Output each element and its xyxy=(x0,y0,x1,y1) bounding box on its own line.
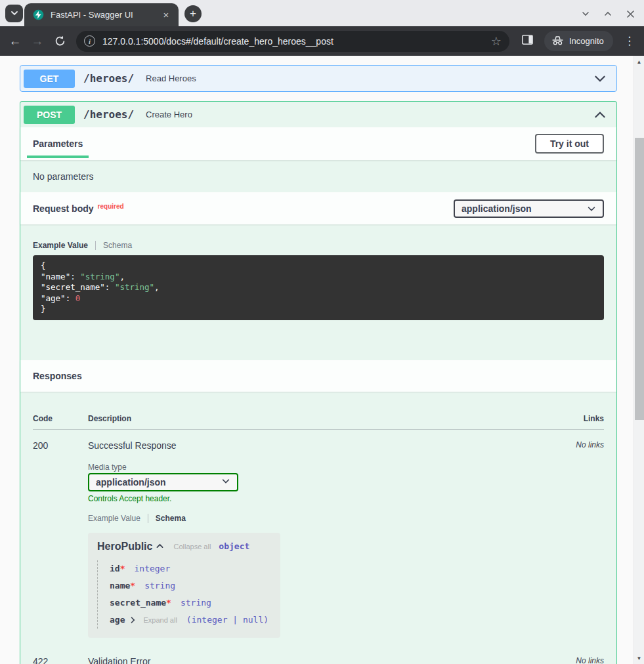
controls-accept-note: Controls Accept header. xyxy=(88,494,538,503)
property-id: id* integer xyxy=(106,560,271,577)
url-text[interactable]: 127.0.0.1:5000/docs#/default/create_hero… xyxy=(102,36,491,47)
property-name: name xyxy=(110,581,130,591)
required-star: * xyxy=(166,598,171,608)
required-star: * xyxy=(130,581,135,591)
forward-icon: → xyxy=(28,31,47,51)
get-summary: Read Heroes xyxy=(146,73,196,83)
responses-content: Code Description Links 200 Successful Re… xyxy=(20,414,616,664)
property-name: name* string xyxy=(106,577,271,594)
property-type: string xyxy=(144,581,175,591)
request-media-type-select[interactable]: application/json xyxy=(454,199,604,218)
close-tab-icon[interactable]: × xyxy=(160,9,172,21)
property-age: age Expand all (integer | null) xyxy=(106,612,271,629)
column-links: Links xyxy=(538,414,604,423)
model-collapse-chevron-up-icon[interactable] xyxy=(156,542,164,550)
expand-all-link[interactable]: Expand all xyxy=(143,616,177,624)
column-code: Code xyxy=(33,414,88,423)
request-body-section-header: Request bodyrequired application/json xyxy=(20,192,616,224)
response-row-200: 200 Successful Response Media type appli… xyxy=(33,430,604,638)
new-tab-button[interactable]: + xyxy=(184,5,202,22)
get-method-badge: GET xyxy=(24,70,75,88)
browser-toolbar: ← → i 127.0.0.1:5000/docs#/default/creat… xyxy=(0,26,644,56)
property-secret-name: secret_name* string xyxy=(106,594,271,612)
request-body-title-wrap: Request bodyrequired xyxy=(33,203,124,215)
site-info-icon[interactable]: i xyxy=(84,35,95,47)
response-200-controls: Media type application/json Controls Acc… xyxy=(88,463,538,638)
property-type: (integer | null) xyxy=(186,615,268,625)
tab-schema[interactable]: Schema xyxy=(103,241,132,250)
accept-media-type-select[interactable]: application/json xyxy=(88,473,238,491)
example-code: { "name": "string", "secret_name": "stri… xyxy=(33,255,604,320)
browser-titlebar: FastAPI - Swagger UI × + xyxy=(0,0,644,26)
model-title[interactable]: HeroPublic xyxy=(97,541,152,552)
collapse-all-link[interactable]: Collapse all xyxy=(173,543,211,550)
parameters-body: No parameters xyxy=(20,160,616,192)
media-type-label: Media type xyxy=(88,463,538,472)
page-scrollbar[interactable]: ▲ ▼ xyxy=(633,56,644,664)
model-properties: id* integer name* string secret_name* st… xyxy=(97,560,271,629)
expand-chevron-down-icon[interactable] xyxy=(593,72,607,86)
property-name: age xyxy=(110,615,125,625)
scroll-down-icon[interactable]: ▼ xyxy=(634,654,644,663)
minimize-icon[interactable] xyxy=(577,5,594,22)
response-code-422: 422 xyxy=(33,656,88,664)
request-body-title: Request body xyxy=(33,203,94,214)
no-parameters-text: No parameters xyxy=(33,171,94,182)
response-200-links: No links xyxy=(538,440,604,638)
response-row-422: 422 Validation Error No links xyxy=(33,646,604,664)
opblock-post-heroes: POST /heroes/ Create Hero Parameters Try… xyxy=(20,101,617,664)
scroll-up-icon[interactable]: ▲ xyxy=(634,57,644,66)
response-code-200: 200 xyxy=(33,440,88,638)
response-422-links: No links xyxy=(538,656,604,664)
tab-search-button[interactable] xyxy=(5,5,23,22)
post-summary: Create Hero xyxy=(146,110,192,119)
swagger-page: GET /heroes/ Read Heroes POST /heroes/ C… xyxy=(0,56,633,664)
column-description: Description xyxy=(88,414,538,423)
back-icon[interactable]: ← xyxy=(5,31,25,51)
responses-title: Responses xyxy=(33,371,82,381)
required-label: required xyxy=(98,203,124,210)
collapse-chevron-up-icon[interactable] xyxy=(593,108,607,122)
select-chevron-down-icon xyxy=(587,204,596,213)
response-200-description: Successful Response xyxy=(88,440,538,451)
heropublic-model: HeroPublic Collapse all object id* xyxy=(88,533,280,638)
scrollbar-thumb[interactable] xyxy=(635,138,644,420)
tab-separator xyxy=(148,514,148,523)
try-it-out-button[interactable]: Try it out xyxy=(535,134,604,154)
side-panel-icon[interactable] xyxy=(521,33,534,49)
tab-example-value[interactable]: Example Value xyxy=(33,241,88,250)
browser-menu-icon[interactable]: ⋮ xyxy=(622,34,637,48)
incognito-label: Incognito xyxy=(569,36,604,46)
property-name: secret_name xyxy=(110,598,166,608)
parameters-section-header: Parameters Try it out xyxy=(20,127,616,160)
tab-parameters: Parameters xyxy=(27,127,89,160)
responses-table-header: Code Description Links xyxy=(33,414,604,430)
opblock-get-header[interactable]: GET /heroes/ Read Heroes xyxy=(20,66,616,91)
tab-example-value[interactable]: Example Value xyxy=(88,514,140,523)
opblock-post-header[interactable]: POST /heroes/ Create Hero xyxy=(20,102,616,127)
address-bar[interactable]: i 127.0.0.1:5000/docs#/default/create_he… xyxy=(76,31,509,52)
window-controls xyxy=(577,5,639,22)
property-type: string xyxy=(181,598,211,608)
post-method-badge: POST xyxy=(24,106,75,124)
browser-tab[interactable]: FastAPI - Swagger UI × xyxy=(24,3,179,26)
select-chevron-down-icon xyxy=(221,476,230,488)
incognito-spy-icon xyxy=(551,35,564,48)
parameters-title: Parameters xyxy=(33,138,83,149)
maximize-icon[interactable] xyxy=(599,5,616,22)
tab-title: FastAPI - Swagger UI xyxy=(51,10,160,20)
response-200-description-cell: Successful Response Media type applicati… xyxy=(88,440,538,638)
reload-icon[interactable] xyxy=(50,31,70,51)
request-body-content: Example Value Schema { "name": "string",… xyxy=(20,224,616,360)
responses-section-header: Responses xyxy=(20,360,616,392)
close-window-icon[interactable] xyxy=(622,5,639,22)
accept-media-type-value: application/json xyxy=(96,477,166,488)
request-model-tabs: Example Value Schema xyxy=(33,241,604,250)
tab-schema[interactable]: Schema xyxy=(156,514,186,523)
chevron-down-icon xyxy=(11,8,18,20)
property-type: integer xyxy=(134,564,170,573)
expand-chevron-right-icon[interactable] xyxy=(129,616,137,624)
opblock-get-heroes: GET /heroes/ Read Heroes xyxy=(20,65,617,92)
request-media-type-value: application/json xyxy=(462,203,532,214)
bookmark-star-icon[interactable]: ☆ xyxy=(491,34,502,49)
